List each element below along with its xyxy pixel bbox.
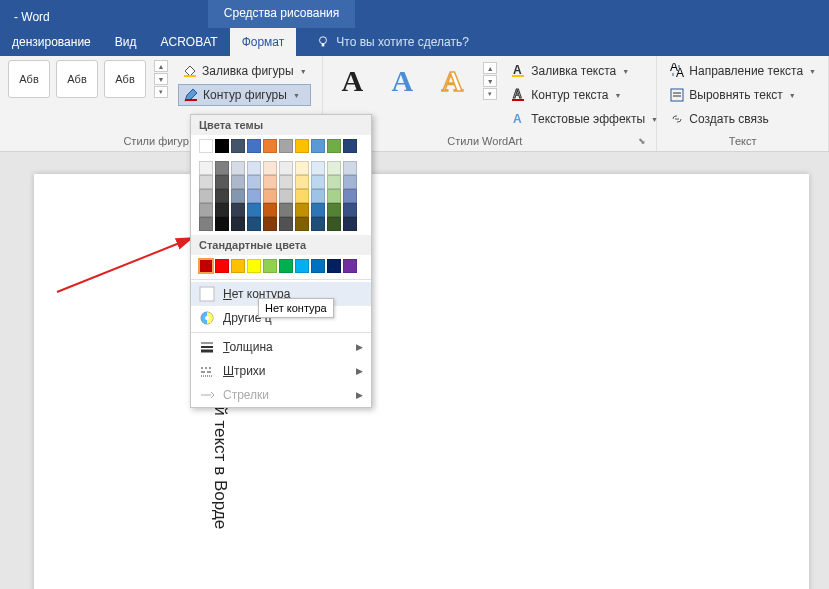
gallery-down-icon[interactable]: ▼ [154, 73, 168, 85]
color-swatch[interactable] [343, 139, 357, 153]
color-swatch[interactable] [199, 161, 213, 175]
tab-view[interactable]: Вид [103, 28, 149, 56]
color-swatch[interactable] [327, 217, 341, 231]
color-swatch[interactable] [231, 175, 245, 189]
color-swatch[interactable] [295, 139, 309, 153]
color-swatch[interactable] [279, 259, 293, 273]
color-swatch[interactable] [311, 189, 325, 203]
color-swatch[interactable] [327, 189, 341, 203]
color-swatch[interactable] [311, 161, 325, 175]
color-swatch[interactable] [343, 175, 357, 189]
text-effects-button[interactable]: A Текстовые эффекты▼ [507, 108, 662, 130]
shape-outline-button[interactable]: Контур фигуры▼ [178, 84, 311, 106]
wordart-style-2[interactable]: A [381, 60, 423, 102]
color-swatch[interactable] [215, 259, 229, 273]
color-swatch[interactable] [295, 189, 309, 203]
color-swatch[interactable] [263, 189, 277, 203]
color-swatch[interactable] [279, 161, 293, 175]
color-swatch[interactable] [279, 139, 293, 153]
color-swatch[interactable] [327, 161, 341, 175]
gallery-more-icon[interactable]: ▾ [483, 88, 497, 100]
color-swatch[interactable] [279, 203, 293, 217]
tell-me-box[interactable]: Что вы хотите сделать? [316, 35, 469, 49]
color-swatch[interactable] [263, 259, 277, 273]
shape-style-gallery[interactable]: Абв Абв Абв ▲ ▼ ▾ [8, 60, 168, 98]
color-swatch[interactable] [247, 189, 261, 203]
color-swatch[interactable] [343, 189, 357, 203]
text-fill-button[interactable]: A Заливка текста▼ [507, 60, 662, 82]
color-swatch[interactable] [215, 139, 229, 153]
color-swatch[interactable] [343, 203, 357, 217]
gallery-up-icon[interactable]: ▲ [483, 62, 497, 74]
color-swatch[interactable] [295, 203, 309, 217]
color-swatch[interactable] [199, 139, 213, 153]
color-swatch[interactable] [247, 203, 261, 217]
color-swatch[interactable] [327, 259, 341, 273]
align-text-button[interactable]: Выровнять текст▼ [665, 84, 820, 106]
color-swatch[interactable] [327, 175, 341, 189]
color-swatch[interactable] [215, 203, 229, 217]
color-swatch[interactable] [199, 175, 213, 189]
color-swatch[interactable] [263, 203, 277, 217]
color-swatch[interactable] [215, 217, 229, 231]
color-swatch[interactable] [311, 139, 325, 153]
weight-item[interactable]: Толщина▶ [191, 335, 371, 359]
color-swatch[interactable] [311, 203, 325, 217]
color-swatch[interactable] [247, 175, 261, 189]
color-swatch[interactable] [295, 259, 309, 273]
wordart-style-1[interactable]: A [331, 60, 373, 102]
rotated-textbox-text[interactable]: ый текст в Ворде [210, 394, 230, 529]
color-swatch[interactable] [215, 189, 229, 203]
color-swatch[interactable] [311, 175, 325, 189]
color-swatch[interactable] [199, 259, 213, 273]
color-swatch[interactable] [231, 203, 245, 217]
color-swatch[interactable] [231, 161, 245, 175]
color-swatch[interactable] [295, 161, 309, 175]
tab-review[interactable]: дензирование [0, 28, 103, 56]
tab-acrobat[interactable]: ACROBAT [149, 28, 230, 56]
color-swatch[interactable] [231, 217, 245, 231]
wordart-gallery[interactable]: A A A ▲ ▼ ▾ [331, 60, 497, 102]
color-swatch[interactable] [199, 217, 213, 231]
gallery-down-icon[interactable]: ▼ [483, 75, 497, 87]
contextual-tab-drawing-tools[interactable]: Средства рисования [208, 0, 355, 28]
color-swatch[interactable] [327, 139, 341, 153]
color-swatch[interactable] [231, 259, 245, 273]
gallery-more-icon[interactable]: ▾ [154, 86, 168, 98]
gallery-up-icon[interactable]: ▲ [154, 60, 168, 72]
color-swatch[interactable] [263, 139, 277, 153]
shape-style-2[interactable]: Абв [56, 60, 98, 98]
text-outline-button[interactable]: A Контур текста▼ [507, 84, 662, 106]
color-swatch[interactable] [247, 259, 261, 273]
shape-style-1[interactable]: Абв [8, 60, 50, 98]
color-swatch[interactable] [263, 217, 277, 231]
color-swatch[interactable] [263, 161, 277, 175]
color-swatch[interactable] [295, 175, 309, 189]
color-swatch[interactable] [199, 203, 213, 217]
color-swatch[interactable] [247, 161, 261, 175]
color-swatch[interactable] [311, 259, 325, 273]
color-swatch[interactable] [279, 175, 293, 189]
color-swatch[interactable] [247, 217, 261, 231]
color-swatch[interactable] [215, 161, 229, 175]
color-swatch[interactable] [247, 139, 261, 153]
color-swatch[interactable] [295, 217, 309, 231]
wordart-style-3[interactable]: A [431, 60, 473, 102]
color-swatch[interactable] [263, 175, 277, 189]
shape-fill-button[interactable]: Заливка фигуры▼ [178, 60, 311, 82]
text-direction-button[interactable]: AA Направление текста▼ [665, 60, 820, 82]
dashes-item[interactable]: Штрихи▶ [191, 359, 371, 383]
color-swatch[interactable] [279, 217, 293, 231]
dialog-launcher-icon[interactable]: ⬊ [638, 136, 648, 146]
color-swatch[interactable] [327, 203, 341, 217]
shape-style-3[interactable]: Абв [104, 60, 146, 98]
color-swatch[interactable] [199, 189, 213, 203]
color-swatch[interactable] [343, 259, 357, 273]
color-swatch[interactable] [215, 175, 229, 189]
color-swatch[interactable] [279, 189, 293, 203]
color-swatch[interactable] [343, 217, 357, 231]
color-swatch[interactable] [343, 161, 357, 175]
color-swatch[interactable] [231, 189, 245, 203]
color-swatch[interactable] [311, 217, 325, 231]
color-swatch[interactable] [231, 139, 245, 153]
